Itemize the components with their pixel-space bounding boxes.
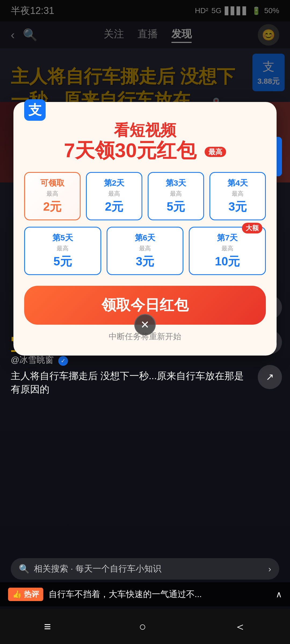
day3-amount: 5元 [152,199,200,215]
day4-amount: 3元 [213,199,262,215]
share-button[interactable]: ↗ [258,365,282,389]
verified-icon: ✓ [58,356,68,366]
day-card-3[interactable]: 第3天 最高 5元 [148,172,204,220]
user-info: @冰雪眺窗 ✓ 主人将自行车挪走后 没想下一秒...原来自行车放在那是有原因的 [11,354,247,396]
modal-title-line1: 看短视频 [24,121,266,140]
day-grid-row1: 可领取 最高 2元 第2天 最高 2元 第3天 最高 5元 第4天 最高 3元 [24,172,266,220]
day5-max: 最高 [28,244,97,253]
search-bar[interactable]: 🔍 相关搜索 · 每天一个自行车小知识 › [11,558,279,580]
video-description: 主人将自行车挪走后 没想下一秒...原来自行车放在那是有原因的 [11,369,247,396]
menu-button[interactable]: ≡ [44,620,51,633]
hot-comment-bar: 👍 热评 自行车不挡着，大车快速的一气通过不... ∧ [0,582,290,606]
day6-label: 第6天 [111,232,180,243]
modal-title-line2: 7天领30元红包 最高 [24,140,266,161]
large-badge: 大额 [242,223,262,233]
day-grid-row2: 第5天 最高 5元 第6天 最高 3元 大额 第7天 最高 10元 [24,227,266,275]
day-card-1[interactable]: 可领取 最高 2元 [24,172,81,220]
close-button[interactable]: ✕ [134,314,156,335]
day-card-2[interactable]: 第2天 最高 2元 [86,172,142,220]
day-card-4[interactable]: 第4天 最高 3元 [209,172,266,220]
sys-nav: ≡ ○ ＜ [0,609,290,644]
day2-amount: 2元 [90,199,138,215]
day6-max: 最高 [111,244,180,253]
day7-label: 第7天 [193,232,262,243]
hot-chevron: ∧ [276,589,282,599]
search-arrow: › [268,564,271,574]
day-card-6[interactable]: 第6天 最高 3元 [107,227,184,275]
user-name: @冰雪眺窗 ✓ [11,354,247,366]
day5-label: 第5天 [28,232,97,243]
day3-label: 第3天 [152,178,200,189]
day2-label: 第2天 [90,178,138,189]
day-card-5[interactable]: 第5天 最高 5元 [24,227,101,275]
search-text: 相关搜索 · 每天一个自行车小知识 [34,563,161,575]
day3-max: 最高 [152,190,200,198]
day2-max: 最高 [90,190,138,198]
modal-alipay-icon: 支 [24,99,46,121]
modal-title: 看短视频 7天领30元红包 最高 [24,121,266,161]
day4-max: 最高 [213,190,262,198]
hot-comment-text: 自行车不挡着，大车快速的一气通过不... [49,588,270,600]
day6-amount: 3元 [111,254,180,269]
hot-label: 👍 热评 [8,588,43,601]
day4-label: 第4天 [213,178,262,189]
max-badge: 最高 [205,147,226,157]
day1-max: 最高 [28,190,77,198]
search-icon-bottom: 🔍 [19,564,30,574]
back-button[interactable]: ＜ [234,619,246,635]
home-button[interactable]: ○ [139,620,146,633]
day5-amount: 5元 [28,254,97,269]
day1-label: 可领取 [28,178,77,189]
day1-amount: 2元 [28,199,77,215]
day7-amount: 10元 [193,254,262,269]
day-card-7[interactable]: 大额 第7天 最高 10元 [189,227,266,275]
day7-max: 最高 [193,244,262,253]
